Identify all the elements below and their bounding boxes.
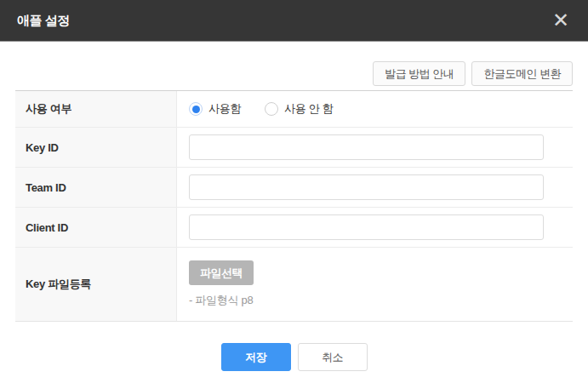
radio-use-disabled-label: 사용 안 함: [284, 101, 333, 117]
dialog-title: 애플 설정: [17, 13, 70, 29]
cancel-button[interactable]: 취소: [298, 343, 368, 371]
key-file-row: Key 파일등록 파일선택 - 파일형식 p8: [15, 248, 573, 321]
team-id-row: Team ID: [15, 168, 573, 208]
usage-label: 사용 여부: [15, 91, 177, 127]
dialog-header: 애플 설정 ✕: [0, 0, 588, 42]
korean-domain-convert-button[interactable]: 한글도메인 변환: [471, 61, 573, 86]
top-action-bar: 발급 방법 안내 한글도메인 변환: [15, 61, 573, 86]
usage-radio-group: 사용함 사용 안 함: [189, 101, 334, 117]
key-id-row: Key ID: [15, 128, 573, 168]
radio-use-enabled-label: 사용함: [208, 101, 241, 117]
team-id-content: [177, 168, 573, 207]
close-icon[interactable]: ✕: [551, 10, 571, 31]
radio-unselected-icon[interactable]: [265, 102, 278, 116]
client-id-input[interactable]: [189, 214, 544, 240]
dialog-body: 발급 방법 안내 한글도메인 변환 사용 여부 사용함 사용 안 함: [0, 61, 588, 371]
file-select-button[interactable]: 파일선택: [189, 260, 254, 285]
client-id-content: [177, 208, 573, 247]
key-id-input[interactable]: [189, 134, 544, 160]
radio-selected-icon[interactable]: [189, 102, 203, 116]
client-id-row: Client ID: [15, 208, 573, 248]
file-format-hint: - 파일형식 p8: [189, 293, 253, 308]
radio-use-disabled[interactable]: 사용 안 함: [265, 101, 333, 117]
key-id-label: Key ID: [15, 128, 177, 167]
key-id-content: [177, 128, 573, 167]
key-file-label: Key 파일등록: [15, 248, 177, 321]
radio-use-enabled[interactable]: 사용함: [189, 101, 241, 117]
key-file-content: 파일선택 - 파일형식 p8: [177, 248, 573, 321]
team-id-label: Team ID: [15, 168, 177, 207]
usage-row: 사용 여부 사용함 사용 안 함: [15, 91, 573, 128]
team-id-input[interactable]: [189, 174, 544, 200]
usage-content: 사용함 사용 안 함: [177, 91, 573, 127]
issuance-guide-button[interactable]: 발급 방법 안내: [373, 61, 465, 86]
dialog-footer: 저장 취소: [15, 343, 573, 371]
settings-form-table: 사용 여부 사용함 사용 안 함 Key ID: [15, 90, 573, 322]
save-button[interactable]: 저장: [221, 343, 291, 371]
client-id-label: Client ID: [15, 208, 177, 247]
